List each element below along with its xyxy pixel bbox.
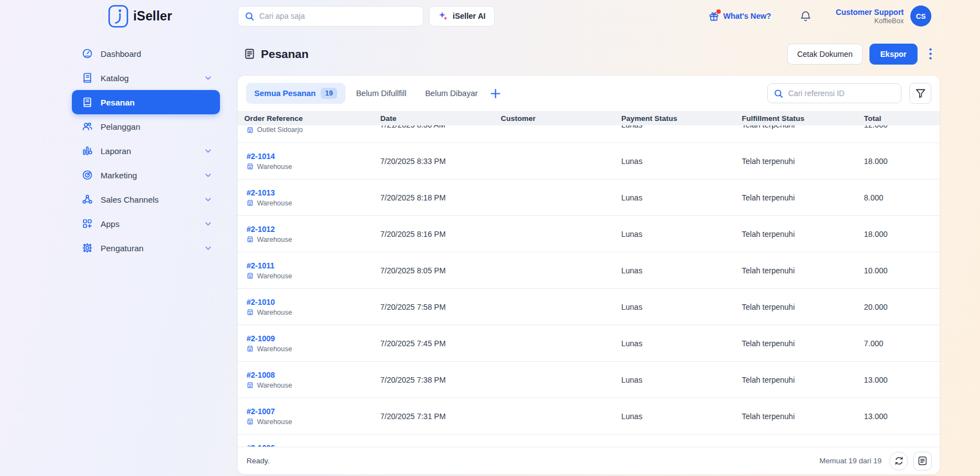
iseller-ai-label: iSeller AI	[453, 12, 485, 20]
report-button[interactable]	[913, 452, 932, 470]
order-reference-link[interactable]: #2-1012	[247, 225, 380, 234]
total-cell: 13.000	[864, 412, 940, 421]
outlet-label: Outlet Sidoarjo	[247, 126, 380, 134]
order-reference-cell: #2-1011Warehouse	[244, 261, 380, 280]
date-cell: 7/20/2025 8:33 PM	[380, 157, 501, 166]
payment-status-cell: Lunas	[621, 303, 742, 311]
table-row[interactable]: Outlet Sidoarjo7/21/2025 8:30 AMLunasTel…	[238, 125, 940, 143]
fulfillment-status-cell: Telah terpenuhi	[742, 303, 864, 311]
fulfillment-status-cell: Telah terpenuhi	[742, 125, 864, 129]
order-reference-link[interactable]: #2-1009	[247, 334, 380, 343]
refresh-button[interactable]	[889, 452, 908, 470]
total-cell: 20.000	[864, 303, 940, 311]
fulfillment-status-cell: Telah terpenuhi	[742, 412, 864, 421]
fulfillment-status-cell: Telah terpenuhi	[742, 230, 864, 239]
search-icon	[245, 12, 254, 21]
more-options-icon[interactable]	[922, 44, 939, 65]
payment-status-cell: Lunas	[621, 193, 742, 202]
reference-search-input[interactable]	[788, 89, 895, 98]
gift-icon	[709, 11, 719, 22]
store-icon	[247, 163, 254, 170]
add-tab-icon[interactable]	[486, 84, 505, 103]
tab-count-badge: 19	[321, 88, 337, 99]
global-search[interactable]	[238, 6, 423, 27]
outlet-label: Warehouse	[247, 418, 380, 426]
sidebar-item-dashboard[interactable]: Dashboard	[72, 41, 220, 66]
iseller-logo-icon	[108, 5, 128, 28]
table-row[interactable]: #2-1014Warehouse7/20/2025 8:33 PMLunasTe…	[238, 143, 940, 179]
tab-label: Semua Pesanan	[254, 89, 316, 98]
payment-status-cell: Lunas	[621, 339, 742, 348]
total-cell: 10.000	[864, 266, 940, 275]
order-reference-link[interactable]: #2-1010	[247, 298, 380, 306]
sidebar-item-apps[interactable]: Apps	[72, 211, 220, 236]
order-reference-cell: #2-1014Warehouse	[244, 152, 380, 171]
filter-button[interactable]	[909, 83, 931, 104]
brand-logo[interactable]: iSeller	[108, 5, 172, 28]
print-documents-button[interactable]: Cetak Dokumen	[787, 44, 862, 65]
order-reference-cell: #2-1013Warehouse	[244, 188, 380, 207]
payment-status-cell: Lunas	[621, 375, 742, 384]
page-title: Pesanan	[261, 47, 308, 61]
page-header: Pesanan Cetak Dokumen Ekspor	[238, 32, 940, 76]
iseller-ai-button[interactable]: iSeller AI	[429, 6, 495, 27]
order-reference-link[interactable]: #2-1013	[247, 188, 380, 197]
whats-new-link[interactable]: What's New?	[709, 11, 772, 22]
tab-belum-difullfill[interactable]: Belum Difullfill	[348, 83, 415, 104]
sidebar-item-label: Apps	[101, 219, 119, 229]
bell-icon[interactable]	[800, 10, 811, 22]
total-cell: 12.000	[864, 125, 940, 129]
fulfillment-status-cell: Telah terpenuhi	[742, 375, 864, 384]
table-row[interactable]: #2-1006Warehouse7/20/2025 7:24 PMLunasTe…	[238, 435, 940, 447]
order-reference-link[interactable]: #2-1014	[247, 152, 380, 161]
global-search-input[interactable]	[259, 12, 416, 20]
store-icon	[247, 309, 254, 316]
table-row[interactable]: #2-1012Warehouse7/20/2025 8:16 PMLunasTe…	[238, 216, 940, 252]
sidebar-item-marketing[interactable]: Marketing	[72, 163, 220, 187]
tab-belum-dibayar[interactable]: Belum Dibayar	[417, 83, 486, 104]
fulfillment-status-cell: Telah terpenuhi	[742, 266, 864, 275]
total-cell: 18.000	[864, 157, 940, 166]
date-cell: 7/20/2025 8:16 PM	[380, 230, 501, 239]
chevron-down-icon	[204, 220, 212, 228]
table-row[interactable]: #2-1011Warehouse7/20/2025 8:05 PMLunasTe…	[238, 252, 940, 289]
table-row[interactable]: #2-1013Warehouse7/20/2025 8:18 PMLunasTe…	[238, 179, 940, 216]
table-row[interactable]: #2-1007Warehouse7/20/2025 7:31 PMLunasTe…	[238, 398, 940, 435]
outlet-label: Warehouse	[247, 272, 380, 280]
order-reference-link[interactable]: #2-1008	[247, 371, 380, 379]
account-menu[interactable]: Customer Support KoffieBox	[836, 8, 904, 25]
sidebar-item-pengaturan[interactable]: Pengaturan	[72, 236, 220, 260]
fulfillment-status-cell: Telah terpenuhi	[742, 157, 864, 166]
sidebar-item-laporan[interactable]: Laporan	[72, 139, 220, 163]
order-reference-cell: #2-1008Warehouse	[244, 371, 380, 389]
partially-scrolled-row[interactable]: #2-1006Warehouse7/20/2025 7:24 PMLunasTe…	[238, 435, 940, 447]
partially-scrolled-row[interactable]: Outlet Sidoarjo7/21/2025 8:30 AMLunasTel…	[238, 125, 940, 143]
date-cell: 7/20/2025 7:38 PM	[380, 375, 501, 384]
sidebar-item-pelanggan[interactable]: Pelanggan	[72, 114, 220, 139]
sidebar-item-katalog[interactable]: Katalog	[72, 66, 220, 90]
fulfillment-status-cell: Telah terpenuhi	[742, 339, 864, 348]
chevron-down-icon	[204, 244, 212, 252]
table-row[interactable]: #2-1010Warehouse7/20/2025 7:58 PMLunasTe…	[238, 289, 940, 325]
tab-semua-pesanan[interactable]: Semua Pesanan19	[246, 83, 345, 104]
order-reference-link[interactable]: #2-1011	[247, 261, 380, 270]
notification-dot	[716, 9, 721, 14]
avatar[interactable]: CS	[910, 6, 931, 27]
sidebar-item-label: Dashboard	[101, 49, 141, 59]
order-reference-link[interactable]: #2-1007	[247, 407, 380, 416]
table-row[interactable]: #2-1008Warehouse7/20/2025 7:38 PMLunasTe…	[238, 362, 940, 398]
sidebar-item-label: Pengaturan	[101, 244, 144, 253]
sidebar-item-sales-channels[interactable]: Sales Channels	[72, 187, 220, 211]
reference-search[interactable]	[767, 83, 902, 103]
sidebar-item-label: Marketing	[101, 171, 137, 180]
chevron-down-icon	[204, 147, 212, 155]
column-header: Customer	[501, 114, 621, 123]
export-button[interactable]: Ekspor	[869, 44, 918, 65]
table-row[interactable]: #2-1009Warehouse7/20/2025 7:45 PMLunasTe…	[238, 325, 940, 362]
sales-channels-icon	[82, 194, 93, 205]
sidebar-item-pesanan[interactable]: Pesanan	[72, 90, 220, 114]
order-reference-cell: #2-1009Warehouse	[244, 334, 380, 353]
fulfillment-status-cell: Telah terpenuhi	[742, 193, 864, 202]
search-icon	[774, 89, 783, 98]
total-cell: 7.000	[864, 339, 940, 348]
